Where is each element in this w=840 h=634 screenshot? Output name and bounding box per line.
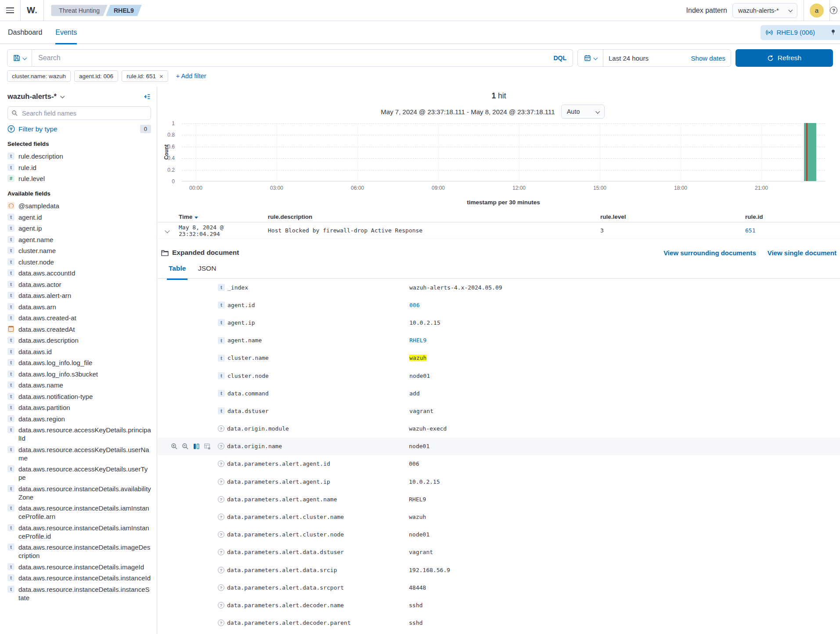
available-field-item[interactable]: data.aws.arn xyxy=(7,302,151,311)
available-field-item[interactable]: data.aws.actor xyxy=(7,280,151,289)
available-field-item[interactable]: data.aws.name xyxy=(7,380,151,389)
available-field-item[interactable]: data.aws.log_info.log_file xyxy=(7,358,151,367)
time-range-value[interactable]: Last 24 hours xyxy=(609,54,649,62)
refresh-button[interactable]: Refresh xyxy=(735,49,833,67)
available-field-item[interactable]: data.aws.partition xyxy=(7,403,151,412)
filter-out-value-button[interactable] xyxy=(181,442,190,451)
plot-area xyxy=(182,123,825,181)
tab-table[interactable]: Table xyxy=(169,264,186,278)
selected-field-item[interactable]: rule.description xyxy=(7,152,151,160)
field-type-icon xyxy=(218,284,225,291)
document-field-name: data.origin.module xyxy=(227,425,375,432)
available-field-item[interactable]: data.aws.notification-type xyxy=(7,392,151,401)
saved-queries-button[interactable] xyxy=(7,49,32,67)
document-field-row: data.parameters.alert.decoder.name sshd xyxy=(158,596,840,614)
available-field-item[interactable]: data.aws.log_info.s3bucket xyxy=(7,370,151,378)
available-field-item[interactable]: data.aws.region xyxy=(7,414,151,423)
available-field-item[interactable]: cluster.node xyxy=(7,257,151,266)
help-icon[interactable]: ? xyxy=(830,7,837,14)
document-field-value: node01 xyxy=(375,525,840,544)
interval-select[interactable]: Auto xyxy=(561,105,605,119)
selected-fields-heading: Selected fields xyxy=(7,141,151,147)
field-type-icon xyxy=(7,524,14,531)
column-header-rule-id[interactable]: rule.id xyxy=(745,214,840,220)
available-field-item[interactable]: data.aws.resource.accessKeyDetails.princ… xyxy=(7,425,151,442)
view-single-document-link[interactable]: View single document xyxy=(768,249,836,257)
available-field-item[interactable]: data.aws.resource.instanceDetails.imageD… xyxy=(7,543,151,560)
tab-dashboard[interactable]: Dashboard xyxy=(8,21,42,44)
filter-pill[interactable]: rule.id: 651 × xyxy=(122,70,168,82)
available-field-item[interactable]: data.aws.created-at xyxy=(7,313,151,322)
sidebar-index-pattern-select[interactable]: wazuh-alerts-* xyxy=(7,92,64,101)
available-field-item[interactable]: agent.name xyxy=(7,235,151,244)
column-header-rule-level[interactable]: rule.level xyxy=(600,214,745,220)
collapse-row-icon[interactable] xyxy=(165,228,169,233)
selected-field-item[interactable]: rule.id xyxy=(7,163,151,172)
document-field-row: data.parameters.alert.decoder.parent ssh… xyxy=(158,614,840,632)
field-type-icon xyxy=(218,460,224,467)
user-avatar[interactable]: a xyxy=(810,4,824,18)
available-field-item[interactable]: data.aws.resource.instanceDetails.instan… xyxy=(7,573,151,582)
filter-field-present-button[interactable] xyxy=(203,442,212,451)
available-field-item[interactable]: data.aws.resource.instanceDetails.availa… xyxy=(7,484,151,501)
toggle-column-button[interactable] xyxy=(192,442,201,451)
close-icon[interactable]: × xyxy=(159,72,163,80)
document-field-name: agent.ip xyxy=(227,319,375,326)
field-type-icon xyxy=(7,359,14,366)
agent-badge[interactable]: RHEL9 (006) xyxy=(761,25,840,40)
document-field-value: wazuh-alerts-4.x-2024.05.09 xyxy=(375,278,840,297)
available-field-item[interactable]: data.aws.createdAt xyxy=(7,325,151,333)
available-field-item[interactable]: agent.id xyxy=(7,213,151,221)
wazuh-logo[interactable]: W. xyxy=(21,0,44,21)
query-input[interactable]: Search DQL xyxy=(32,49,573,67)
results-panel: 1 hit May 7, 2024 @ 23:37:18.111 - May 8… xyxy=(158,87,840,634)
pin-icon[interactable] xyxy=(830,29,836,36)
tab-events[interactable]: Events xyxy=(55,21,77,44)
available-field-item[interactable]: cluster.name xyxy=(7,246,151,255)
selected-field-item[interactable]: rule.level xyxy=(7,174,151,183)
field-type-icon xyxy=(7,247,14,254)
field-search-input[interactable] xyxy=(7,106,151,120)
sort-desc-icon xyxy=(195,217,198,219)
view-surrounding-documents-link[interactable]: View surrounding documents xyxy=(663,249,756,257)
query-language-button[interactable]: DQL xyxy=(553,54,566,62)
available-field-item[interactable]: data.aws.resource.instanceDetails.iamIns… xyxy=(7,523,151,540)
available-field-item[interactable]: data.aws.resource.accessKeyDetails.userN… xyxy=(7,445,151,462)
available-field-item[interactable]: data.aws.description xyxy=(7,336,151,344)
logo-dot: . xyxy=(35,5,37,15)
filter-by-type-button[interactable]: Filter by type xyxy=(7,125,58,133)
available-field-item[interactable]: data.aws.resource.instanceDetails.iamIns… xyxy=(7,504,151,521)
hamburger-icon xyxy=(6,7,14,13)
available-field-item[interactable]: data.aws.alert-arn xyxy=(7,291,151,300)
tab-json[interactable]: JSON xyxy=(198,264,216,278)
field-type-icon xyxy=(218,355,225,362)
show-dates-link[interactable]: Show dates xyxy=(691,54,725,62)
document-field-value: wazuh xyxy=(375,507,840,527)
breadcrumb-item[interactable]: Threat Hunting xyxy=(51,5,108,16)
event-rule-id-link[interactable]: 651 xyxy=(745,227,840,234)
menu-button[interactable] xyxy=(0,0,21,21)
available-field-item[interactable]: data.aws.resource.accessKeyDetails.userT… xyxy=(7,464,151,482)
filter-pill[interactable]: agent.id: 006 × xyxy=(74,70,118,82)
column-header-time[interactable]: Time xyxy=(179,214,268,220)
available-field-item[interactable]: @sampledata xyxy=(7,201,151,210)
field-type-icon xyxy=(7,563,14,570)
available-field-item[interactable]: data.aws.resource.instanceDetails.imageI… xyxy=(7,562,151,571)
available-field-item[interactable]: data.aws.id xyxy=(7,347,151,356)
hits-count: 1 hit xyxy=(158,91,840,101)
available-field-item[interactable]: data.aws.resource.instanceDetails.instan… xyxy=(7,585,151,602)
collapse-sidebar-icon[interactable] xyxy=(143,93,151,100)
add-filter-link[interactable]: + Add filter xyxy=(176,72,206,80)
filter-pill[interactable]: cluster.name: wazuh × xyxy=(7,70,71,82)
document-field-row: data.parameters.alert.cluster.node node0… xyxy=(158,526,840,543)
date-quick-select-button[interactable] xyxy=(578,50,603,66)
document-field-value: May 8 23:29:02 rhel9 sshd[34343]: Failed… xyxy=(375,630,840,634)
available-field-item[interactable]: agent.ip xyxy=(7,224,151,232)
available-field-item[interactable]: data.aws.accountId xyxy=(7,268,151,277)
index-pattern-select[interactable]: wazuh-alerts-* xyxy=(732,3,797,18)
document-field-value: 006 xyxy=(375,295,840,315)
column-header-rule-description[interactable]: rule.description xyxy=(268,214,600,220)
filter-for-value-button[interactable] xyxy=(170,442,179,451)
document-field-row: agent.ip 10.0.2.15 xyxy=(158,314,840,331)
breadcrumb-item[interactable]: RHEL9 xyxy=(106,5,142,16)
